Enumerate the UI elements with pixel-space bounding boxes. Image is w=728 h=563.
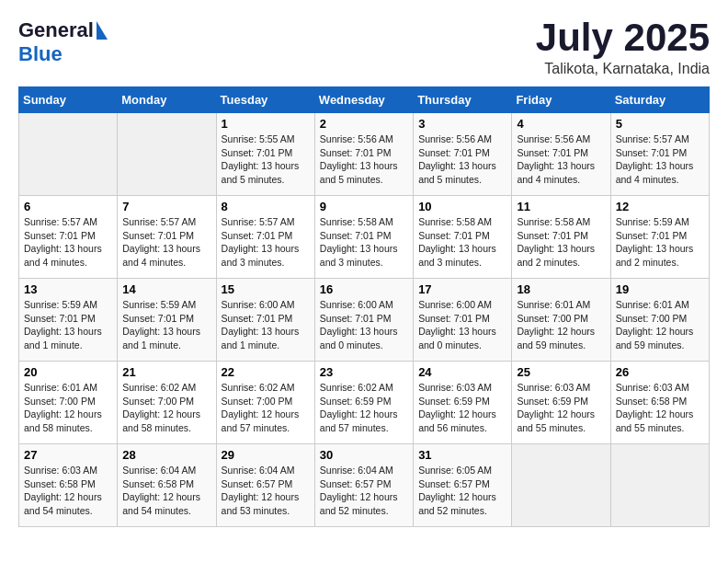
day-number: 30 [320,448,408,462]
day-info: Sunrise: 5:57 AM Sunset: 7:01 PM Dayligh… [122,215,210,270]
day-info: Sunrise: 6:04 AM Sunset: 6:57 PM Dayligh… [222,464,310,518]
calendar-cell: 6Sunrise: 5:57 AM Sunset: 7:01 PM Daylig… [19,196,118,279]
calendar-cell: 31Sunrise: 6:05 AM Sunset: 6:57 PM Dayli… [414,444,512,527]
day-header-sunday: Sunday [19,87,118,113]
day-header-saturday: Saturday [610,87,709,113]
day-info: Sunrise: 5:58 AM Sunset: 7:01 PM Dayligh… [320,215,408,270]
day-number: 21 [122,365,210,379]
day-info: Sunrise: 5:55 AM Sunset: 7:01 PM Dayligh… [222,132,310,187]
week-row-4: 20Sunrise: 6:01 AM Sunset: 7:00 PM Dayli… [19,362,710,444]
calendar-cell: 10Sunrise: 5:58 AM Sunset: 7:01 PM Dayli… [414,196,512,279]
day-number: 25 [517,365,605,379]
day-info: Sunrise: 5:59 AM Sunset: 7:01 PM Dayligh… [24,298,112,352]
calendar-cell: 19Sunrise: 6:01 AM Sunset: 7:00 PM Dayli… [610,279,709,362]
location: Talikota, Karnataka, India [536,61,710,77]
calendar-cell: 8Sunrise: 5:57 AM Sunset: 7:01 PM Daylig… [216,196,314,279]
day-info: Sunrise: 6:02 AM Sunset: 7:00 PM Dayligh… [122,381,210,435]
day-number: 1 [222,117,310,131]
day-number: 9 [320,200,408,213]
week-row-5: 27Sunrise: 6:03 AM Sunset: 6:58 PM Dayli… [19,444,710,527]
day-number: 28 [122,448,210,462]
day-number: 3 [418,117,506,131]
day-number: 10 [418,200,506,213]
title-block: July 2025 Talikota, Karnataka, India [536,18,710,77]
calendar-cell: 4Sunrise: 5:56 AM Sunset: 7:01 PM Daylig… [512,113,610,196]
day-header-tuesday: Tuesday [216,87,314,113]
day-info: Sunrise: 6:03 AM Sunset: 6:58 PM Dayligh… [616,381,704,435]
day-number: 12 [616,200,704,213]
calendar-cell: 13Sunrise: 5:59 AM Sunset: 7:01 PM Dayli… [19,279,118,362]
day-number: 8 [222,200,310,213]
calendar-cell: 14Sunrise: 5:59 AM Sunset: 7:01 PM Dayli… [118,279,216,362]
calendar-cell: 26Sunrise: 6:03 AM Sunset: 6:58 PM Dayli… [610,362,709,444]
day-number: 13 [24,282,112,296]
calendar-cell [19,113,118,196]
day-number: 15 [222,282,310,296]
calendar-cell: 2Sunrise: 5:56 AM Sunset: 7:01 PM Daylig… [314,113,413,196]
day-number: 14 [122,282,210,296]
day-number: 17 [418,282,506,296]
day-header-thursday: Thursday [414,87,512,113]
day-header-monday: Monday [118,87,216,113]
calendar-cell: 22Sunrise: 6:02 AM Sunset: 7:00 PM Dayli… [216,362,314,444]
calendar-cell: 16Sunrise: 6:00 AM Sunset: 7:01 PM Dayli… [314,279,413,362]
calendar-cell: 7Sunrise: 5:57 AM Sunset: 7:01 PM Daylig… [118,196,216,279]
calendar-cell: 5Sunrise: 5:57 AM Sunset: 7:01 PM Daylig… [610,113,709,196]
day-number: 26 [616,365,704,379]
day-number: 23 [320,365,408,379]
day-info: Sunrise: 6:02 AM Sunset: 7:00 PM Dayligh… [222,381,310,435]
day-info: Sunrise: 6:05 AM Sunset: 6:57 PM Dayligh… [418,464,506,518]
day-info: Sunrise: 5:56 AM Sunset: 7:01 PM Dayligh… [517,132,605,187]
calendar-cell: 1Sunrise: 5:55 AM Sunset: 7:01 PM Daylig… [216,113,314,196]
day-header-wednesday: Wednesday [314,87,413,113]
day-info: Sunrise: 5:56 AM Sunset: 7:01 PM Dayligh… [418,132,506,187]
logo-blue-text: Blue [18,42,63,66]
day-number: 6 [24,200,112,213]
day-info: Sunrise: 5:57 AM Sunset: 7:01 PM Dayligh… [222,215,310,270]
calendar-cell: 9Sunrise: 5:58 AM Sunset: 7:01 PM Daylig… [314,196,413,279]
calendar-cell [118,113,216,196]
day-info: Sunrise: 6:03 AM Sunset: 6:59 PM Dayligh… [418,381,506,435]
week-row-1: 1Sunrise: 5:55 AM Sunset: 7:01 PM Daylig… [19,113,710,196]
day-number: 27 [24,448,112,462]
calendar-cell: 17Sunrise: 6:00 AM Sunset: 7:01 PM Dayli… [414,279,512,362]
header-row: SundayMondayTuesdayWednesdayThursdayFrid… [19,87,710,113]
day-info: Sunrise: 6:01 AM Sunset: 7:00 PM Dayligh… [517,298,605,352]
calendar-cell: 23Sunrise: 6:02 AM Sunset: 6:59 PM Dayli… [314,362,413,444]
month-title: July 2025 [536,18,710,57]
calendar-cell: 27Sunrise: 6:03 AM Sunset: 6:58 PM Dayli… [19,444,118,527]
day-info: Sunrise: 6:00 AM Sunset: 7:01 PM Dayligh… [222,298,310,352]
day-number: 16 [320,282,408,296]
day-info: Sunrise: 5:57 AM Sunset: 7:01 PM Dayligh… [616,132,704,187]
day-info: Sunrise: 6:01 AM Sunset: 7:00 PM Dayligh… [616,298,704,352]
day-info: Sunrise: 6:02 AM Sunset: 6:59 PM Dayligh… [320,381,408,435]
calendar-cell: 15Sunrise: 6:00 AM Sunset: 7:01 PM Dayli… [216,279,314,362]
day-number: 7 [122,200,210,213]
day-info: Sunrise: 5:58 AM Sunset: 7:01 PM Dayligh… [517,215,605,270]
day-info: Sunrise: 6:04 AM Sunset: 6:58 PM Dayligh… [122,464,210,518]
calendar-cell: 12Sunrise: 5:59 AM Sunset: 7:01 PM Dayli… [610,196,709,279]
logo-general-text: General [18,18,94,42]
day-number: 4 [517,117,605,131]
day-info: Sunrise: 6:03 AM Sunset: 6:59 PM Dayligh… [517,381,605,435]
calendar-cell: 11Sunrise: 5:58 AM Sunset: 7:01 PM Dayli… [512,196,610,279]
day-number: 22 [222,365,310,379]
day-info: Sunrise: 6:00 AM Sunset: 7:01 PM Dayligh… [418,298,506,352]
day-info: Sunrise: 6:04 AM Sunset: 6:57 PM Dayligh… [320,464,408,518]
calendar-cell: 3Sunrise: 5:56 AM Sunset: 7:01 PM Daylig… [414,113,512,196]
day-info: Sunrise: 5:56 AM Sunset: 7:01 PM Dayligh… [320,132,408,187]
day-number: 11 [517,200,605,213]
day-number: 31 [418,448,506,462]
calendar-cell: 28Sunrise: 6:04 AM Sunset: 6:58 PM Dayli… [118,444,216,527]
day-number: 20 [24,365,112,379]
logo-triangle-icon [97,21,108,40]
calendar-cell: 18Sunrise: 6:01 AM Sunset: 7:00 PM Dayli… [512,279,610,362]
day-number: 24 [418,365,506,379]
day-info: Sunrise: 6:00 AM Sunset: 7:01 PM Dayligh… [320,298,408,352]
day-info: Sunrise: 5:57 AM Sunset: 7:01 PM Dayligh… [24,215,112,270]
calendar-table: SundayMondayTuesdayWednesdayThursdayFrid… [18,86,710,527]
day-number: 18 [517,282,605,296]
calendar-cell: 25Sunrise: 6:03 AM Sunset: 6:59 PM Dayli… [512,362,610,444]
page-header: General Blue July 2025 Talikota, Karnata… [18,18,710,77]
day-header-friday: Friday [512,87,610,113]
